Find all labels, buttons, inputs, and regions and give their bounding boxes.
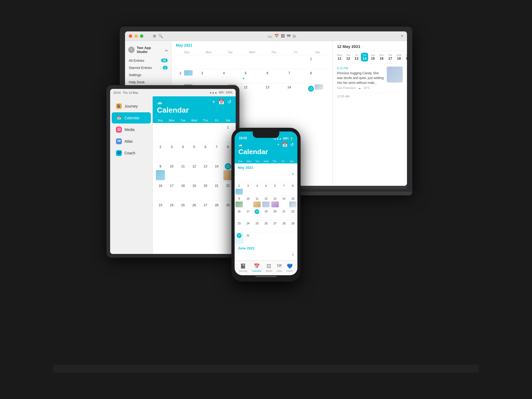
cal-cell[interactable] xyxy=(176,55,198,69)
ipad-cell-9[interactable]: 9 xyxy=(155,162,166,181)
ipad-cell-10[interactable]: 10 xyxy=(166,162,177,181)
cal-cell-2[interactable]: 2 xyxy=(176,69,198,83)
iphone-cal-icon[interactable]: 📅 xyxy=(282,142,288,147)
ipad-cell-25[interactable]: 25 xyxy=(177,201,189,220)
ipad-cell[interactable] xyxy=(200,123,211,142)
cal-cell[interactable] xyxy=(198,55,219,69)
iphone-cell-24[interactable]: 24 xyxy=(244,220,253,232)
iphone-cell-14[interactable]: 14 xyxy=(280,196,289,208)
cal-cell-8[interactable]: 8 xyxy=(306,69,328,83)
iphone-cell-31[interactable]: 31 xyxy=(244,232,253,244)
iphone-cell-19[interactable]: 19 xyxy=(261,208,271,220)
toolbar-icon-add[interactable]: + xyxy=(401,34,403,38)
cal-cell-12[interactable]: 12 xyxy=(241,83,263,97)
ipad-cell-4[interactable]: 4 xyxy=(177,143,189,162)
close-button[interactable] xyxy=(129,34,132,38)
ipad-cell[interactable] xyxy=(189,123,200,142)
ipad-cell-24[interactable]: 24 xyxy=(166,201,177,220)
cal-cell-7[interactable]: 7 xyxy=(285,69,306,83)
ipad-cell-12[interactable]: 12 xyxy=(189,162,200,181)
ipad-cell-6[interactable]: 6 xyxy=(200,143,211,162)
ipad-cell-27[interactable]: 27 xyxy=(200,201,211,220)
iphone-cell[interactable] xyxy=(244,252,253,260)
iphone-cell[interactable] xyxy=(280,232,289,244)
sidebar-item-all-entries[interactable]: All Entries 28 xyxy=(125,57,171,64)
sidebar-item-settings[interactable]: Settings xyxy=(125,71,171,79)
iphone-june-cell-1[interactable]: 1 xyxy=(288,252,297,260)
iphone-cell-2[interactable]: 2 xyxy=(235,183,244,195)
iphone-cell[interactable] xyxy=(271,171,280,183)
iphone-cell[interactable] xyxy=(235,171,244,183)
ipad-cell-16[interactable]: 16 xyxy=(155,182,166,201)
iphone-cell[interactable] xyxy=(280,171,289,183)
ipad-add-icon[interactable]: + xyxy=(212,99,215,105)
ipad-menu-atlas[interactable]: 🗺 Atlas xyxy=(112,136,151,147)
iphone-cell-18[interactable]: 18 xyxy=(252,208,261,220)
ipad-cell-19[interactable]: 19 xyxy=(189,182,200,201)
cal-cell[interactable] xyxy=(263,55,285,69)
iphone-cell-20[interactable]: 20 xyxy=(271,208,280,220)
cal-cell-15-today[interactable]: 15 xyxy=(306,83,328,97)
week-day-thu[interactable]: Thu12 xyxy=(344,53,352,61)
cal-cell[interactable] xyxy=(241,55,263,69)
iphone-cell-12[interactable]: 12 xyxy=(261,196,271,208)
iphone-cell[interactable] xyxy=(280,252,289,260)
iphone-cell-27[interactable]: 27 xyxy=(271,220,280,232)
ipad-cell-5[interactable]: 5 xyxy=(189,143,200,162)
iphone-cell-29[interactable]: 29 xyxy=(288,220,297,232)
iphone-cell[interactable] xyxy=(252,252,261,260)
iphone-cell-7[interactable]: 7 xyxy=(280,183,289,195)
ipad-cell-2[interactable]: 2 xyxy=(155,143,166,162)
week-day-fri[interactable]: Fri13 xyxy=(353,53,360,61)
iphone-cell-16[interactable]: 16 xyxy=(235,208,244,220)
cal-cell[interactable] xyxy=(285,55,306,69)
iphone-cell-21[interactable]: 21 xyxy=(280,208,289,220)
ipad-cal-icon[interactable]: 📅 xyxy=(218,99,224,105)
cal-cell-5[interactable]: 5 xyxy=(241,69,263,83)
ipad-menu-calendar[interactable]: 📅 Calendar xyxy=(112,112,151,124)
ipad-cell-3[interactable]: 3 xyxy=(166,143,177,162)
ipad-cell-20[interactable]: 20 xyxy=(200,182,211,201)
week-day-wed2[interactable]: Wed18 xyxy=(395,53,403,61)
iphone-cell-1[interactable]: 1 xyxy=(288,171,297,183)
ipad-cell-14[interactable]: 14 xyxy=(211,162,222,181)
ipad-cell-28[interactable]: 28 xyxy=(211,201,222,220)
iphone-cell-15[interactable]: 15 xyxy=(288,196,297,208)
iphone-cell[interactable] xyxy=(271,232,280,244)
week-day-mon[interactable]: Mon16 xyxy=(378,53,386,61)
iphone-tab-atlas[interactable]: 🗺 Atlas xyxy=(275,262,284,273)
iphone-cell[interactable] xyxy=(252,232,261,244)
ipad-cell-21[interactable]: 21 xyxy=(211,182,222,201)
iphone-cell[interactable] xyxy=(271,252,280,260)
ipad-cell-17[interactable]: 17 xyxy=(166,182,177,201)
week-day-wed[interactable]: Wed11 xyxy=(335,53,343,61)
cal-cell-14[interactable]: 14 xyxy=(285,83,306,97)
iphone-cell[interactable] xyxy=(288,232,297,244)
iphone-tab-journey[interactable]: 📓 Journey xyxy=(237,262,250,273)
iphone-cell-3[interactable]: 3 xyxy=(244,183,253,195)
week-day-sun[interactable]: Sun15 xyxy=(369,53,377,61)
week-day-thu2[interactable]: Thu19 xyxy=(404,53,407,61)
iphone-cell-23[interactable]: 23 xyxy=(235,220,244,232)
iphone-cell-4[interactable]: 4 xyxy=(252,183,261,195)
iphone-cell-5[interactable]: 5 xyxy=(261,183,271,195)
iphone-cell-9[interactable]: 9 xyxy=(235,196,244,208)
iphone-tab-media[interactable]: 🖼 Media xyxy=(264,262,275,273)
iphone-cell-17[interactable]: 17 xyxy=(244,208,253,220)
iphone-cell-26[interactable]: 26 xyxy=(261,220,271,232)
ipad-menu-media[interactable]: 🖼 Media xyxy=(112,124,151,135)
iphone-cell-25[interactable]: 25 xyxy=(252,220,261,232)
ipad-cell-23[interactable]: 23 xyxy=(155,201,166,220)
cal-cell-13[interactable]: 13 xyxy=(263,83,285,97)
ipad-refresh-icon[interactable]: ↺ xyxy=(227,99,231,105)
ipad-cell-11[interactable]: 11 xyxy=(177,162,189,181)
iphone-cell[interactable] xyxy=(261,171,271,183)
ipad-cell-13[interactable]: 13 xyxy=(200,162,211,181)
sidebar-item-helpdesk[interactable]: Help Desk xyxy=(125,79,171,86)
iphone-tab-coach[interactable]: 💙 Coach xyxy=(284,262,295,273)
cal-cell-6[interactable]: 6 xyxy=(263,69,285,83)
ipad-cell[interactable] xyxy=(177,123,189,142)
iphone-cell-28[interactable]: 28 xyxy=(280,220,289,232)
iphone-cell-6[interactable]: 6 xyxy=(271,183,280,195)
ipad-cell[interactable] xyxy=(166,123,177,142)
